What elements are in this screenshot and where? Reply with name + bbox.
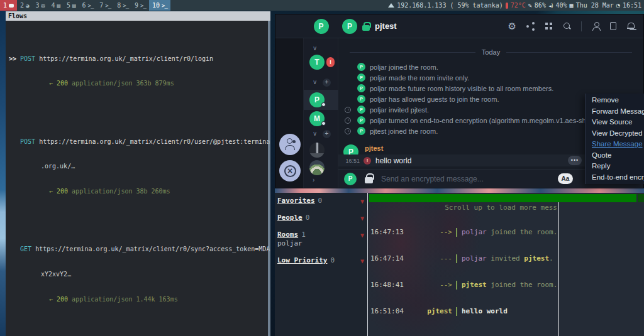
wallpaper-left-strip [0, 11, 6, 336]
message-timestamp: 16:51 [338, 158, 360, 164]
pending-clock-icon [345, 107, 351, 113]
message-text: hello world [375, 156, 411, 165]
flows-list: >> POSThttps://termina.org.uk/_matrix/cl… [6, 21, 270, 336]
members-icon[interactable] [592, 22, 600, 30]
workspace-7[interactable]: 7>_ [96, 0, 114, 11]
menu-item-quote[interactable]: Quote [586, 150, 644, 161]
workspace-9[interactable]: 9>_ [131, 0, 149, 11]
flows-title-bar: Flows [6, 11, 270, 21]
composer-placeholder[interactable]: Send an encrypted message... [381, 175, 484, 183]
add-room-button[interactable]: + [323, 79, 331, 87]
files-icon[interactable] [610, 22, 616, 30]
room-avatar-t[interactable]: T [309, 55, 325, 70]
workspace-8[interactable]: 8>_ [114, 0, 131, 11]
sidebar-section-low-priority[interactable]: Low Priority0 [277, 256, 367, 265]
chevron-right-icon[interactable]: › [313, 176, 314, 183]
sender-mini-avatar: P [357, 127, 365, 135]
header-divider [581, 21, 582, 31]
format-button[interactable]: Aa [558, 173, 573, 184]
network-status: 192.168.1.133 ( 59% tatanka) [397, 2, 503, 9]
target-icon [279, 160, 301, 182]
book-icon [57, 2, 60, 9]
error-badge: ! [364, 157, 371, 165]
workspace-label: 9 [135, 2, 138, 9]
workspace-label: 7 [99, 2, 103, 9]
event-row: Ppoljar made future room history visible… [338, 83, 643, 94]
message-options-button[interactable]: ••• [568, 156, 582, 165]
cpu-usage: 86% [535, 2, 546, 9]
volume-icon [548, 2, 553, 9]
flow-entry[interactable]: >> POSThttps://termina.org.uk/_matrix/cl… [9, 38, 265, 104]
temperature: 72°C [511, 2, 526, 9]
sender-mini-avatar: P [357, 116, 365, 124]
menu-item-reply[interactable]: Reply [586, 161, 644, 172]
flow-entry[interactable]: POSThttps://termina.org.uk/_matrix/clien… [9, 121, 265, 212]
menu-item-forward[interactable]: Forward Message [586, 106, 644, 117]
workspace-4[interactable]: 4 [48, 0, 64, 11]
workspace-label: 3 [35, 2, 39, 9]
sidebar-section-favorites[interactable]: Favorites0 [277, 197, 367, 205]
share-icon[interactable] [526, 22, 535, 30]
thermometer-icon [506, 3, 508, 9]
sidebar-section-people[interactable]: People0 [277, 214, 367, 222]
menu-item-view-decrypted-source[interactable]: View Decrypted S [586, 128, 644, 139]
room-avatar-photo[interactable] [309, 160, 325, 175]
explore-button[interactable] [279, 160, 301, 182]
log-row: 16:47:13-->poljar joined the room. [370, 228, 557, 237]
menu-item-remove[interactable]: Remove [586, 95, 644, 106]
sidebar-section-rooms[interactable]: Rooms1 poljar [277, 230, 367, 248]
presence-dot [321, 102, 326, 107]
menu-item-e2e-info[interactable]: End-to-end encry [586, 172, 644, 183]
scrollbar[interactable] [268, 21, 270, 336]
date-divider-label: Today [482, 48, 500, 56]
account-avatar[interactable]: P [314, 19, 329, 34]
status-area: 192.168.1.133 ( 59% tatanka) 72°C 86% 40… [388, 2, 644, 9]
workspace-6[interactable]: 6>_ [79, 0, 96, 11]
gomuks-window: Favorites0 People0 Rooms1 poljar Low Pri… [275, 193, 644, 336]
date: Thu 28 Mar [576, 2, 614, 9]
chevron-down-icon[interactable]: ∨ [313, 45, 317, 51]
desktop: 1 2 3 4 5 6>_ 7>_ 8>_ 9>_ 10>_ 192.168.1… [0, 0, 644, 336]
event-row: Ppoljar made the room invite only. [338, 72, 643, 83]
collapse-triangle-icon[interactable] [360, 231, 364, 240]
settings-gear-icon[interactable] [508, 21, 516, 32]
room-avatar[interactable]: P [342, 19, 357, 34]
grid-icon[interactable] [545, 22, 553, 30]
wifi-icon [388, 3, 394, 8]
workspace-3[interactable]: 3 [32, 0, 48, 11]
room-name: pjtest [375, 21, 397, 31]
workspace-10-active[interactable]: 10>_ [149, 0, 170, 11]
sender-mini-avatar: P [357, 106, 365, 114]
menu-item-share-message[interactable]: Share Message [586, 139, 644, 150]
chat-icon [9, 4, 14, 8]
mail-icon [42, 2, 45, 9]
pane-divider [558, 202, 559, 336]
chat-left-pane [275, 38, 304, 188]
sender-mini-avatar: P [357, 73, 365, 82]
people-icon [279, 134, 301, 155]
workspace-5[interactable]: 5 [64, 0, 79, 11]
workspace-2[interactable]: 2 [17, 0, 32, 11]
people-button[interactable] [279, 134, 301, 155]
workspace-1[interactable]: 1 [0, 0, 17, 11]
collapse-triangle-icon[interactable] [360, 197, 364, 206]
room-list-item[interactable]: poljar [277, 239, 357, 248]
workspace-label: 6 [82, 2, 86, 9]
collapse-triangle-icon[interactable] [360, 257, 364, 266]
selected-flow-marker: >> [9, 55, 20, 62]
room-avatar-photo[interactable] [309, 143, 325, 158]
search-icon[interactable] [563, 22, 571, 30]
log-row: 16:48:41-->pjtest joined the room. [370, 281, 557, 290]
chevron-down-icon[interactable]: ∨ [313, 79, 317, 85]
composer-lock-icon [365, 177, 373, 183]
brush-icon [528, 2, 532, 9]
menu-item-view-source[interactable]: View Source [586, 117, 644, 128]
chevron-down-icon[interactable]: ∨ [313, 130, 317, 137]
add-room-button[interactable]: + [323, 130, 331, 138]
collapse-triangle-icon[interactable] [360, 214, 364, 223]
pending-clock-icon [345, 117, 351, 124]
notifications-bell-icon[interactable] [626, 22, 635, 30]
flow-entry[interactable]: GEThttps://termina.org.uk/_matrix/client… [9, 229, 265, 320]
composer-avatar: P [344, 173, 357, 185]
encryption-lock-icon [362, 25, 370, 31]
